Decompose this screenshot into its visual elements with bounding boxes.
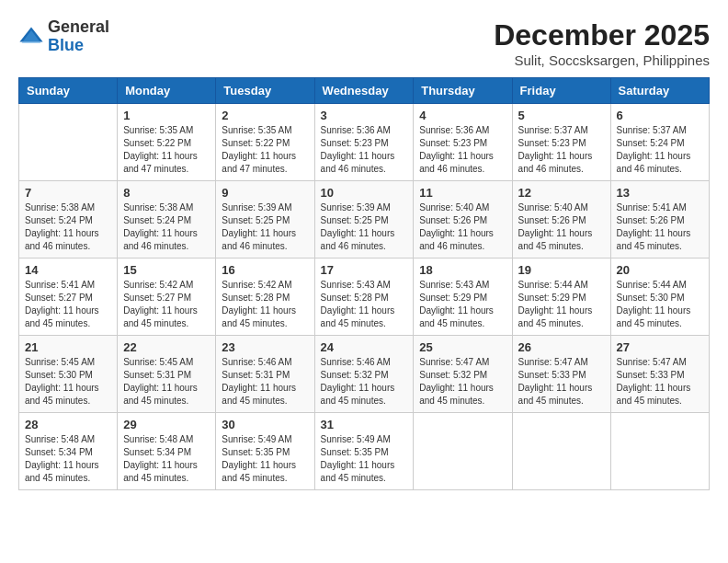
day-number: 16 (222, 263, 308, 277)
day-number: 5 (518, 109, 605, 122)
day-number: 2 (222, 109, 308, 122)
calendar-cell: 2Sunrise: 5:35 AMSunset: 5:22 PMDaylight… (216, 104, 314, 181)
logo-blue: Blue (48, 37, 109, 55)
calendar-cell: 21Sunrise: 5:45 AMSunset: 5:30 PMDayligh… (19, 336, 118, 413)
calendar-cell: 1Sunrise: 5:35 AMSunset: 5:22 PMDaylight… (118, 104, 216, 181)
day-info: Sunrise: 5:36 AMSunset: 5:23 PMDaylight:… (321, 124, 408, 176)
day-info: Sunrise: 5:44 AMSunset: 5:30 PMDaylight:… (617, 279, 703, 330)
day-info: Sunrise: 5:39 AMSunset: 5:25 PMDaylight:… (321, 201, 408, 253)
day-info: Sunrise: 5:47 AMSunset: 5:33 PMDaylight:… (518, 356, 605, 408)
day-number: 28 (25, 418, 111, 431)
day-number: 31 (321, 418, 408, 431)
calendar-cell (414, 413, 512, 490)
day-number: 3 (321, 109, 408, 122)
calendar-cell: 22Sunrise: 5:45 AMSunset: 5:31 PMDayligh… (118, 336, 216, 413)
logo-text: General Blue (48, 18, 109, 55)
day-of-week-header: Wednesday (314, 78, 414, 104)
day-info: Sunrise: 5:44 AMSunset: 5:29 PMDaylight:… (518, 279, 605, 330)
day-number: 19 (518, 263, 605, 277)
day-number: 22 (123, 340, 210, 354)
day-of-week-header: Saturday (610, 78, 709, 104)
calendar-cell (19, 104, 118, 181)
day-number: 11 (419, 186, 506, 200)
day-info: Sunrise: 5:43 AMSunset: 5:29 PMDaylight:… (419, 279, 506, 330)
calendar-table: SundayMondayTuesdayWednesdayThursdayFrid… (18, 77, 710, 490)
calendar-week-row: 14Sunrise: 5:41 AMSunset: 5:27 PMDayligh… (19, 259, 710, 336)
calendar-cell: 9Sunrise: 5:39 AMSunset: 5:25 PMDaylight… (216, 181, 314, 259)
day-info: Sunrise: 5:36 AMSunset: 5:23 PMDaylight:… (419, 124, 506, 176)
day-number: 4 (419, 109, 506, 122)
day-number: 24 (321, 340, 408, 354)
calendar-week-row: 21Sunrise: 5:45 AMSunset: 5:30 PMDayligh… (19, 336, 710, 413)
calendar-header-row: SundayMondayTuesdayWednesdayThursdayFrid… (19, 78, 710, 104)
day-info: Sunrise: 5:35 AMSunset: 5:22 PMDaylight:… (222, 124, 308, 176)
day-number: 17 (321, 263, 408, 277)
calendar-cell: 13Sunrise: 5:41 AMSunset: 5:26 PMDayligh… (610, 181, 709, 259)
day-info: Sunrise: 5:35 AMSunset: 5:22 PMDaylight:… (123, 124, 210, 176)
calendar-cell: 5Sunrise: 5:37 AMSunset: 5:23 PMDaylight… (512, 104, 610, 181)
page-header: General Blue December 2025 Sulit, Soccsk… (18, 18, 710, 68)
calendar-cell: 31Sunrise: 5:49 AMSunset: 5:35 PMDayligh… (314, 413, 414, 490)
calendar-week-row: 28Sunrise: 5:48 AMSunset: 5:34 PMDayligh… (19, 413, 710, 490)
calendar-cell: 7Sunrise: 5:38 AMSunset: 5:24 PMDaylight… (19, 181, 118, 259)
day-info: Sunrise: 5:47 AMSunset: 5:33 PMDaylight:… (617, 356, 703, 408)
day-info: Sunrise: 5:46 AMSunset: 5:32 PMDaylight:… (321, 356, 408, 408)
day-of-week-header: Monday (118, 78, 216, 104)
calendar-cell: 20Sunrise: 5:44 AMSunset: 5:30 PMDayligh… (610, 259, 709, 336)
calendar-cell: 10Sunrise: 5:39 AMSunset: 5:25 PMDayligh… (314, 181, 414, 259)
day-number: 7 (25, 186, 111, 200)
day-info: Sunrise: 5:40 AMSunset: 5:26 PMDaylight:… (419, 201, 506, 253)
day-number: 6 (617, 109, 703, 122)
title-section: December 2025 Sulit, Soccsksargen, Phili… (494, 18, 710, 68)
calendar-cell: 12Sunrise: 5:40 AMSunset: 5:26 PMDayligh… (512, 181, 610, 259)
calendar-cell: 26Sunrise: 5:47 AMSunset: 5:33 PMDayligh… (512, 336, 610, 413)
day-of-week-header: Thursday (414, 78, 512, 104)
calendar-cell (512, 413, 610, 490)
day-of-week-header: Friday (512, 78, 610, 104)
day-info: Sunrise: 5:45 AMSunset: 5:30 PMDaylight:… (25, 356, 111, 408)
day-of-week-header: Tuesday (216, 78, 314, 104)
day-info: Sunrise: 5:49 AMSunset: 5:35 PMDaylight:… (321, 433, 408, 485)
day-info: Sunrise: 5:47 AMSunset: 5:32 PMDaylight:… (419, 356, 506, 408)
day-number: 29 (123, 418, 210, 431)
calendar-cell: 19Sunrise: 5:44 AMSunset: 5:29 PMDayligh… (512, 259, 610, 336)
day-info: Sunrise: 5:42 AMSunset: 5:28 PMDaylight:… (222, 279, 308, 330)
day-number: 1 (123, 109, 210, 122)
calendar-cell (610, 413, 709, 490)
day-info: Sunrise: 5:49 AMSunset: 5:35 PMDaylight:… (222, 433, 308, 485)
day-number: 30 (222, 418, 308, 431)
day-info: Sunrise: 5:46 AMSunset: 5:31 PMDaylight:… (222, 356, 308, 408)
day-number: 9 (222, 186, 308, 200)
day-info: Sunrise: 5:37 AMSunset: 5:23 PMDaylight:… (518, 124, 605, 176)
calendar-cell: 28Sunrise: 5:48 AMSunset: 5:34 PMDayligh… (19, 413, 118, 490)
calendar-cell: 6Sunrise: 5:37 AMSunset: 5:24 PMDaylight… (610, 104, 709, 181)
day-info: Sunrise: 5:45 AMSunset: 5:31 PMDaylight:… (123, 356, 210, 408)
day-number: 18 (419, 263, 506, 277)
day-info: Sunrise: 5:42 AMSunset: 5:27 PMDaylight:… (123, 279, 210, 330)
calendar-cell: 16Sunrise: 5:42 AMSunset: 5:28 PMDayligh… (216, 259, 314, 336)
day-info: Sunrise: 5:41 AMSunset: 5:26 PMDaylight:… (617, 201, 703, 253)
day-number: 12 (518, 186, 605, 200)
day-number: 20 (617, 263, 703, 277)
calendar-cell: 29Sunrise: 5:48 AMSunset: 5:34 PMDayligh… (118, 413, 216, 490)
day-number: 26 (518, 340, 605, 354)
logo: General Blue (18, 18, 109, 55)
calendar-cell: 24Sunrise: 5:46 AMSunset: 5:32 PMDayligh… (314, 336, 414, 413)
day-info: Sunrise: 5:48 AMSunset: 5:34 PMDaylight:… (25, 433, 111, 485)
day-of-week-header: Sunday (19, 78, 118, 104)
day-info: Sunrise: 5:41 AMSunset: 5:27 PMDaylight:… (25, 279, 111, 330)
month-title: December 2025 (494, 18, 710, 52)
day-info: Sunrise: 5:40 AMSunset: 5:26 PMDaylight:… (518, 201, 605, 253)
location-title: Sulit, Soccsksargen, Philippines (494, 52, 710, 68)
day-number: 14 (25, 263, 111, 277)
calendar-cell: 14Sunrise: 5:41 AMSunset: 5:27 PMDayligh… (19, 259, 118, 336)
day-number: 27 (617, 340, 703, 354)
calendar-cell: 3Sunrise: 5:36 AMSunset: 5:23 PMDaylight… (314, 104, 414, 181)
day-number: 8 (123, 186, 210, 200)
day-number: 21 (25, 340, 111, 354)
calendar-cell: 8Sunrise: 5:38 AMSunset: 5:24 PMDaylight… (118, 181, 216, 259)
day-info: Sunrise: 5:38 AMSunset: 5:24 PMDaylight:… (123, 201, 210, 253)
calendar-cell: 27Sunrise: 5:47 AMSunset: 5:33 PMDayligh… (610, 336, 709, 413)
calendar-cell: 17Sunrise: 5:43 AMSunset: 5:28 PMDayligh… (314, 259, 414, 336)
day-number: 15 (123, 263, 210, 277)
